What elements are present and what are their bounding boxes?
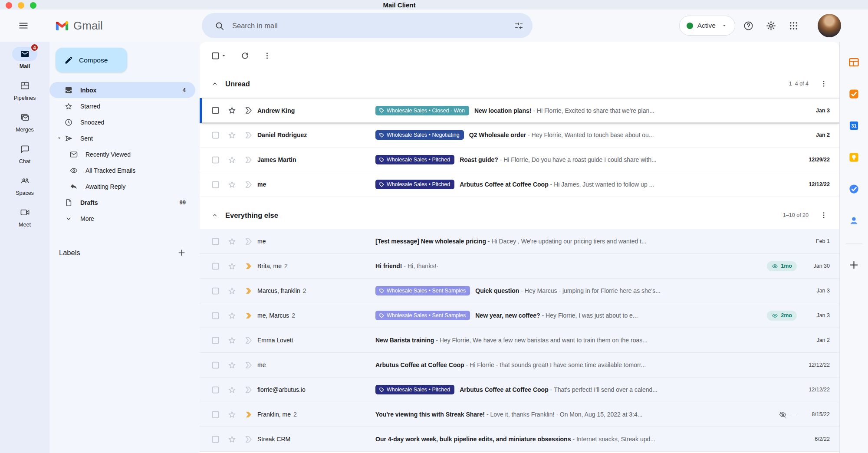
rail-item-meet[interactable]: Meet	[12, 205, 37, 228]
star-icon[interactable]	[227, 155, 237, 164]
pipeline-stage-badge[interactable]: Wholesale Sales • Closed - Won	[375, 106, 469, 115]
rail-item-merges[interactable]: Merges	[12, 110, 37, 133]
streak-box-icon[interactable]	[244, 311, 253, 320]
user-avatar[interactable]	[818, 14, 841, 37]
streak-pipelines-icon[interactable]	[845, 53, 863, 71]
search-filters-icon[interactable]	[509, 16, 528, 35]
pipeline-stage-badge[interactable]: Wholesale Sales • Pitched	[375, 155, 454, 164]
apps-grid-icon[interactable]	[784, 16, 803, 35]
help-icon[interactable]	[739, 16, 758, 35]
row-checkbox[interactable]	[211, 286, 220, 295]
chat-icon[interactable]	[12, 142, 37, 156]
search-icon[interactable]	[210, 16, 229, 35]
star-icon[interactable]	[227, 311, 237, 320]
star-icon[interactable]	[227, 286, 237, 295]
streak-box-icon[interactable]	[244, 361, 253, 370]
rail-item-spaces[interactable]: Spaces	[12, 174, 37, 196]
pipeline-stage-badge[interactable]: Wholesale Sales • Negotiating	[375, 130, 464, 140]
sidebar-item-more[interactable]: More	[49, 210, 195, 226]
add-panel-icon[interactable]	[845, 256, 863, 274]
streak-box-icon[interactable]	[244, 435, 253, 444]
email-row[interactable]: florrie@arbutus.ioWholesale Sales • Pitc…	[200, 378, 839, 402]
streak-box-icon[interactable]	[244, 237, 253, 246]
row-checkbox[interactable]	[211, 410, 220, 419]
star-icon[interactable]	[227, 336, 237, 345]
row-checkbox[interactable]	[211, 180, 220, 189]
star-icon[interactable]	[227, 180, 237, 189]
streak-box-icon[interactable]	[244, 385, 253, 394]
sidebar-item-sent[interactable]: Sent	[49, 130, 195, 146]
search-bar[interactable]	[202, 13, 533, 38]
pipeline-stage-badge[interactable]: Wholesale Sales • Sent Samples	[375, 286, 470, 295]
streak-tasks-icon[interactable]	[845, 85, 863, 103]
streak-box-icon[interactable]	[244, 106, 253, 115]
sidebar-item-snoozed[interactable]: Snoozed	[49, 114, 195, 130]
row-checkbox[interactable]	[211, 435, 220, 444]
section-more-icon[interactable]	[815, 79, 832, 88]
main-menu-icon[interactable]	[15, 17, 32, 34]
email-row[interactable]: me[Test message] New wholesale pricing -…	[200, 229, 839, 254]
row-checkbox[interactable]	[211, 262, 220, 271]
view-tracking-badge[interactable]: 2mo	[767, 311, 797, 321]
email-row[interactable]: Andrew KingWholesale Sales • Closed - Wo…	[200, 98, 839, 123]
spaces-icon[interactable]	[12, 174, 37, 188]
create-label-icon[interactable]	[174, 246, 188, 259]
settings-gear-icon[interactable]	[761, 16, 780, 35]
select-dropdown-icon[interactable]	[220, 52, 227, 59]
streak-box-icon[interactable]	[244, 262, 253, 271]
star-icon[interactable]	[227, 435, 237, 444]
collapse-section-icon[interactable]	[211, 80, 219, 88]
expander-caret-icon[interactable]	[54, 135, 64, 142]
contacts-icon[interactable]	[845, 211, 863, 230]
star-icon[interactable]	[227, 262, 237, 271]
star-icon[interactable]	[227, 131, 237, 140]
email-row[interactable]: Franklin, me2You're viewing this with St…	[200, 402, 839, 427]
search-input[interactable]	[229, 22, 509, 30]
email-row[interactable]: meWholesale Sales • PitchedArbutus Coffe…	[200, 172, 839, 197]
row-checkbox[interactable]	[211, 336, 220, 345]
email-row[interactable]: Streak CRMOur 4-day work week, bulk pipe…	[200, 427, 839, 452]
select-all-checkbox[interactable]	[211, 51, 220, 60]
star-icon[interactable]	[227, 410, 237, 419]
row-checkbox[interactable]	[211, 361, 220, 370]
gmail-logo[interactable]: Gmail	[55, 18, 103, 33]
meet-icon[interactable]	[12, 205, 37, 220]
more-options-icon[interactable]	[263, 51, 272, 60]
compose-button[interactable]: Compose	[56, 48, 127, 72]
email-row[interactable]: James MartinWholesale Sales • PitchedRoa…	[200, 148, 839, 172]
pipeline-stage-badge[interactable]: Wholesale Sales • Sent Samples	[375, 311, 470, 320]
sidebar-item-all-tracked-emails[interactable]: All Tracked Emails	[49, 162, 195, 178]
streak-box-icon[interactable]	[244, 131, 253, 140]
row-checkbox[interactable]	[211, 237, 220, 246]
calendar-icon[interactable]: 31	[845, 116, 863, 135]
sidebar-item-recently-viewed[interactable]: Recently Viewed	[49, 146, 195, 162]
email-row[interactable]: Marcus, franklin2Wholesale Sales • Sent …	[200, 279, 839, 303]
row-checkbox[interactable]	[211, 155, 220, 164]
row-checkbox[interactable]	[211, 311, 220, 320]
email-row[interactable]: Brita, me2Hi friend! - Hi, thanks!·1moJa…	[200, 254, 839, 279]
section-more-icon[interactable]	[815, 211, 832, 220]
sidebar-item-drafts[interactable]: Drafts99	[49, 194, 195, 210]
streak-box-icon[interactable]	[244, 180, 253, 189]
star-icon[interactable]	[227, 361, 237, 370]
email-row[interactable]: meArbutus Coffee at Coffee Coop - Hi Flo…	[200, 353, 839, 378]
email-row[interactable]: me, Marcus2Wholesale Sales • Sent Sample…	[200, 303, 839, 328]
sidebar-item-inbox[interactable]: Inbox4	[49, 82, 195, 98]
collapse-section-icon[interactable]	[211, 211, 219, 219]
keep-icon[interactable]	[845, 148, 863, 166]
mail-icon[interactable]: 4	[12, 47, 37, 61]
pipelines-icon[interactable]	[12, 79, 37, 93]
sidebar-item-starred[interactable]: Starred	[49, 98, 195, 114]
sidebar-item-awaiting-reply[interactable]: Awaiting Reply	[49, 178, 195, 194]
pipeline-stage-badge[interactable]: Wholesale Sales • Pitched	[375, 180, 454, 189]
star-icon[interactable]	[227, 237, 237, 246]
streak-box-icon[interactable]	[244, 410, 253, 419]
view-tracking-badge[interactable]: 1mo	[767, 261, 797, 271]
row-checkbox[interactable]	[211, 385, 220, 394]
pipeline-stage-badge[interactable]: Wholesale Sales • Pitched	[375, 385, 454, 394]
tasks-icon[interactable]	[845, 180, 863, 198]
refresh-icon[interactable]	[240, 51, 250, 60]
row-checkbox[interactable]	[211, 106, 220, 115]
status-dropdown[interactable]: Active	[679, 16, 735, 36]
star-icon[interactable]	[227, 385, 237, 394]
